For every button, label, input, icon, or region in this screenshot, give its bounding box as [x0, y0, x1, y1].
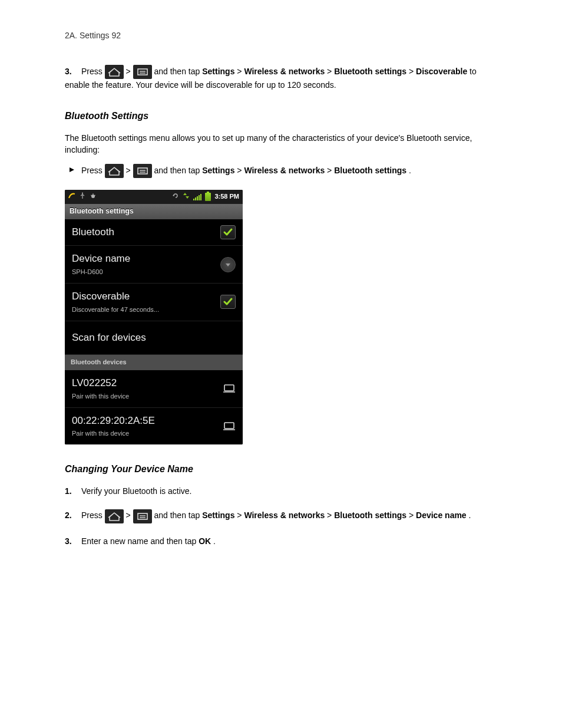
device-row[interactable]: LV022252 Pair with this device [65, 370, 243, 408]
svg-rect-18 [224, 423, 234, 429]
svg-marker-13 [183, 193, 187, 195]
menu-icon [133, 509, 152, 523]
sb2-bold2: Wireless & networks [244, 510, 325, 520]
step-b1-text: Verify your Bluetooth is active. [81, 486, 192, 496]
step-b2: 2. Press > and then tap Settings > Wirel… [65, 509, 497, 523]
s3-sep2: > [327, 67, 334, 76]
svg-rect-0 [138, 69, 147, 75]
sb3-before: Enter a new name and then tap [81, 536, 199, 546]
debug-icon [90, 192, 97, 202]
s3-aftermenu: and then tap [154, 67, 202, 76]
row-bluetooth-title: Bluetooth [72, 225, 114, 240]
sb2-between: > [125, 510, 133, 520]
sb2-sep2: > [327, 510, 334, 520]
s3-before: Press [81, 67, 105, 76]
device-sub: Pair with this device [72, 392, 129, 401]
sb2-bold3: Bluetooth settings [334, 510, 406, 520]
svg-marker-15 [226, 263, 230, 266]
sprint-logo-icon [68, 192, 75, 202]
row-device-name-sub: SPH-D600 [72, 268, 130, 277]
row-discoverable-title: Discoverable [72, 289, 159, 304]
signal-icon [193, 193, 201, 200]
sb3-bold1: OK [199, 536, 211, 546]
svg-marker-3 [70, 167, 74, 172]
svg-point-8 [91, 195, 95, 198]
row-scan[interactable]: Scan for devices [65, 321, 243, 355]
sb2-tail: . [469, 510, 471, 520]
svg-marker-14 [186, 196, 189, 199]
device-name-dropdown-icon[interactable] [220, 257, 236, 272]
heading-changing-device-name: Changing Your Device Name [65, 462, 497, 476]
panel-title: Bluetooth settings [65, 204, 243, 219]
step-3-text: Press > and then tap Settings > Wireless… [65, 67, 477, 90]
step-3-num: 3. [65, 65, 79, 77]
bluetooth-checkbox[interactable] [220, 225, 236, 239]
sync-icon [172, 192, 179, 202]
step-arrow-text: Press > and then tap Settings > Wireless… [81, 166, 411, 175]
device-sub: Pair with this device [72, 429, 155, 439]
sb2-sep1: > [237, 510, 244, 520]
step-b1-num: 1. [65, 485, 79, 497]
menu-icon [133, 65, 152, 79]
row-discoverable-sub: Discoverable for 47 seconds... [72, 305, 159, 315]
row-discoverable[interactable]: Discoverable Discoverable for 47 seconds… [65, 284, 243, 321]
sa-aftermenu: and then tap [154, 166, 202, 175]
lead-1: The Bluetooth settings menu allows you t… [65, 132, 497, 156]
status-bar: 3:58 PM [65, 190, 243, 204]
step-arrow: Press > and then tap Settings > Wireless… [65, 164, 497, 178]
step-b1: 1. Verify your Bluetooth is active. [65, 485, 497, 497]
sb2-bold1: Settings [202, 510, 234, 520]
sa-bold1: Settings [202, 166, 234, 175]
home-icon [105, 65, 124, 79]
data-icon [183, 192, 190, 202]
row-device-name-title: Device name [72, 252, 130, 266]
home-icon [105, 509, 124, 523]
sb3-tail: . [213, 536, 216, 546]
step-3: 3. Press > and then tap Settings > Wirel… [65, 65, 497, 91]
s3-between: > [125, 67, 133, 76]
device-title: LV022252 [72, 376, 129, 391]
home-icon [105, 164, 124, 178]
discoverable-checkbox[interactable] [220, 295, 236, 309]
menu-icon [133, 164, 152, 178]
arrow-bullet-icon [65, 164, 79, 176]
svg-rect-16 [224, 385, 234, 391]
phone-screenshot: 3:58 PM Bluetooth settings Bluetooth Dev… [65, 190, 243, 444]
sa-before: Press [81, 166, 105, 175]
computer-icon [223, 383, 236, 394]
sb2-aftermenu: and then tap [154, 510, 202, 520]
s3-bold2: Wireless & networks [244, 67, 325, 76]
sa-bold3: Bluetooth settings [334, 166, 406, 175]
sb2-sep3: > [409, 510, 416, 520]
usb-icon [79, 192, 86, 202]
sa-tail: . [409, 166, 411, 175]
sa-sep2: > [327, 166, 334, 175]
s3-sep3: > [409, 67, 416, 76]
device-title: 00:22:29:20:2A:5E [72, 414, 155, 429]
page-number: 2A. Settings 92 [65, 29, 497, 41]
devices-header: Bluetooth devices [65, 355, 243, 370]
svg-point-7 [82, 192, 83, 193]
heading-bluetooth-settings: Bluetooth Settings [65, 109, 497, 123]
svg-rect-4 [138, 168, 147, 174]
svg-rect-20 [138, 513, 147, 519]
row-bluetooth[interactable]: Bluetooth [65, 219, 243, 246]
row-scan-title: Scan for devices [72, 331, 146, 345]
step-b3: 3. Enter a new name and then tap OK . [65, 535, 497, 547]
s3-bold1: Settings [202, 67, 234, 76]
step-b2-num: 2. [65, 509, 79, 521]
sb2-before: Press [81, 510, 105, 520]
row-device-name[interactable]: Device name SPH-D600 [65, 246, 243, 284]
sa-bold2: Wireless & networks [244, 166, 325, 175]
computer-icon [223, 421, 236, 431]
device-row[interactable]: 00:22:29:20:2A:5E Pair with this device [65, 408, 243, 445]
sb2-bold4: Device name [416, 510, 467, 520]
s3-sep1: > [237, 67, 244, 76]
step-b3-text: Enter a new name and then tap OK . [81, 536, 216, 546]
battery-icon [205, 193, 211, 201]
status-time: 3:58 PM [214, 192, 239, 202]
step-b3-num: 3. [65, 535, 79, 547]
s3-bold3: Bluetooth settings [334, 67, 406, 76]
sa-between: > [125, 166, 133, 175]
s3-bold4: Discoverable [416, 67, 467, 76]
